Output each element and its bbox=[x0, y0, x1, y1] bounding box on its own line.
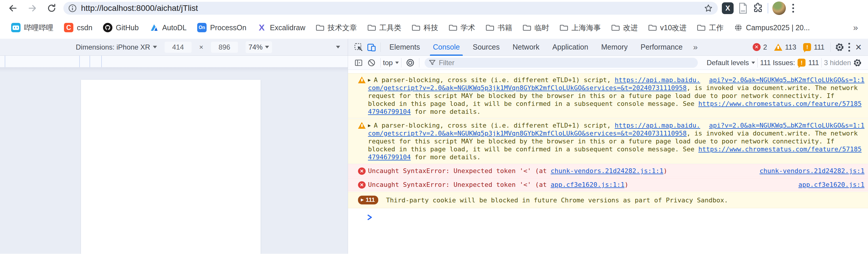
issues-count: 111 bbox=[808, 59, 819, 67]
bookmark-label: 上海海事 bbox=[571, 23, 601, 33]
message-source-link[interactable]: chunk-vendors.21d24282.js:1 bbox=[760, 167, 865, 175]
issues-label: 111 Issues: bbox=[760, 59, 795, 67]
bookmark-folder-books[interactable]: 书籍 bbox=[482, 21, 517, 35]
url-input[interactable] bbox=[81, 3, 700, 13]
log-levels-select[interactable]: Default levels bbox=[707, 59, 755, 67]
folder-icon bbox=[612, 24, 620, 31]
expand-arrow-icon[interactable]: ▶ bbox=[368, 123, 371, 128]
bookmark-folder-shanghai-maritime[interactable]: 上海海事 bbox=[556, 21, 605, 35]
bookmark-csdn[interactable]: C csdn bbox=[60, 21, 97, 35]
bookmark-folder-work[interactable]: 工作 bbox=[693, 21, 728, 35]
reload-button[interactable] bbox=[44, 1, 59, 16]
console-settings-button[interactable] bbox=[851, 56, 864, 69]
devtools-panel: top Default levels 111 bbox=[348, 56, 868, 254]
bookmark-label: 工具类 bbox=[379, 23, 401, 33]
hidden-messages-link[interactable]: 3 hidden bbox=[824, 59, 851, 67]
gear-icon bbox=[835, 42, 844, 52]
issues-icon: ! bbox=[803, 43, 811, 51]
toggle-device-toolbar-button[interactable] bbox=[365, 41, 378, 54]
bookmarks-overflow-chevron[interactable]: » bbox=[850, 23, 861, 33]
execution-context-select[interactable]: top bbox=[383, 59, 399, 67]
tab-console[interactable]: Console bbox=[426, 39, 466, 56]
browser-menu-button[interactable] bbox=[790, 4, 797, 12]
address-bar[interactable] bbox=[63, 2, 718, 15]
devtools-close-button[interactable]: × bbox=[852, 42, 865, 53]
toolbar-band: Dimensions: iPhone XR × 74% Elements Con… bbox=[0, 39, 868, 56]
console-messages: api?v=2.0&ak=NGUKWq5…bK2mfCloLUkGO&s=1:1… bbox=[348, 70, 868, 254]
dimensions-label: Dimensions: iPhone XR bbox=[76, 43, 150, 51]
console-sidebar-toggle[interactable] bbox=[352, 56, 365, 69]
device-toolbar-options-icon[interactable] bbox=[336, 46, 340, 49]
bookmark-bilibili[interactable]: 哔哩哔哩 bbox=[7, 21, 58, 35]
bookmark-folder-improve[interactable]: 改进 bbox=[608, 21, 642, 35]
forward-icon bbox=[28, 3, 37, 13]
device-width-input[interactable] bbox=[165, 42, 192, 53]
tab-network[interactable]: Network bbox=[506, 39, 546, 56]
extensions-puzzle-icon[interactable] bbox=[752, 3, 764, 14]
bookmark-folder-temp[interactable]: 临时 bbox=[519, 21, 553, 35]
console-prompt[interactable] bbox=[348, 209, 868, 222]
message-source-link[interactable]: api?v=2.0&ak=NGUKWq5…bK2mfCloLUkGO&s=1:1 bbox=[709, 121, 865, 129]
bookmark-folder-science[interactable]: 科技 bbox=[408, 21, 442, 35]
console-error-counter[interactable]: ✕ 2 bbox=[753, 43, 767, 51]
filter-input[interactable] bbox=[439, 59, 694, 67]
bookmark-campus2025[interactable]: Campus2025 | 20... bbox=[730, 21, 814, 34]
bookmark-folder-v10-improve[interactable]: v10改进 bbox=[644, 21, 691, 35]
message-source-link[interactable]: api?v=2.0&ak=NGUKWq5…bK2mfCloLUkGO&s=1:1 bbox=[709, 76, 865, 84]
funnel-icon bbox=[429, 59, 436, 66]
device-dimensions-select[interactable]: Dimensions: iPhone XR bbox=[76, 43, 157, 51]
console-filter[interactable] bbox=[425, 58, 698, 68]
dimensions-times-label: × bbox=[199, 43, 204, 51]
inspect-element-button[interactable] bbox=[352, 41, 365, 54]
bookmark-folder-tools[interactable]: 工具类 bbox=[364, 21, 406, 35]
emulated-page bbox=[81, 80, 260, 254]
tab-sources[interactable]: Sources bbox=[466, 39, 506, 56]
device-height-input[interactable] bbox=[211, 42, 238, 53]
profile-avatar[interactable] bbox=[772, 1, 786, 15]
warning-text: for more details. bbox=[411, 108, 480, 115]
bookmark-label: GitHub bbox=[116, 24, 139, 32]
chevron-down-icon bbox=[153, 46, 157, 49]
live-expression-button[interactable] bbox=[404, 56, 417, 69]
media-query-bar[interactable] bbox=[0, 56, 348, 67]
tab-memory[interactable]: Memory bbox=[595, 39, 634, 56]
error-file-link[interactable]: app.cf3e1620.js:1:1 bbox=[551, 181, 625, 188]
warning-text: A parser-blocking, cross site (i.e. diff… bbox=[374, 76, 615, 84]
back-button[interactable] bbox=[5, 1, 21, 16]
clear-console-button[interactable] bbox=[365, 56, 378, 69]
bookmark-excalidraw[interactable]: X Excalidraw bbox=[253, 21, 310, 35]
more-tabs-chevron[interactable]: » bbox=[689, 42, 702, 52]
devtools-menu-button[interactable] bbox=[846, 43, 852, 52]
browser-toolbar: X bbox=[0, 0, 868, 17]
bookmark-folder-academic[interactable]: 学术 bbox=[445, 21, 479, 35]
error-file-link[interactable]: chunk-vendors.21d24282.js:1:1 bbox=[551, 167, 663, 174]
bookmark-github[interactable]: GitHub bbox=[99, 21, 143, 35]
expand-arrow-icon: ▶ bbox=[361, 196, 364, 204]
issues-toolbar-counter[interactable]: 111 Issues: ! 111 bbox=[760, 59, 819, 67]
device-zoom-select[interactable]: 74% bbox=[246, 41, 272, 53]
console-warning-counter[interactable]: 113 bbox=[774, 43, 796, 51]
bookmark-folder-tech-articles[interactable]: 技术文章 bbox=[312, 21, 361, 35]
devtools-settings-button[interactable] bbox=[833, 41, 846, 54]
site-info-icon[interactable] bbox=[68, 4, 77, 12]
bookmark-label: csdn bbox=[77, 24, 92, 32]
repeat-count-badge[interactable]: ▶111 bbox=[358, 196, 378, 204]
forward-button[interactable] bbox=[25, 1, 40, 16]
tab-performance[interactable]: Performance bbox=[634, 39, 689, 56]
tab-elements[interactable]: Elements bbox=[383, 39, 426, 56]
bookmark-label: AutoDL bbox=[162, 24, 187, 32]
toolbar-divider bbox=[380, 42, 381, 52]
bookmark-star-icon[interactable] bbox=[704, 3, 713, 13]
error-count: 2 bbox=[763, 43, 767, 51]
autodl-icon bbox=[149, 23, 159, 32]
bookmark-autodl[interactable]: AutoDL bbox=[145, 21, 191, 35]
bookmark-processon[interactable]: On ProcessOn bbox=[193, 21, 251, 35]
issues-counter[interactable]: ! 111 bbox=[803, 43, 824, 51]
error-icon: ✕ bbox=[358, 167, 366, 175]
document-extension-icon[interactable] bbox=[738, 2, 748, 14]
x-extension-icon[interactable]: X bbox=[722, 2, 734, 14]
folder-icon bbox=[649, 24, 657, 31]
message-source-link[interactable]: app.cf3e1620.js:1 bbox=[799, 181, 865, 189]
tab-application[interactable]: Application bbox=[546, 39, 594, 56]
expand-arrow-icon[interactable]: ▶ bbox=[368, 77, 371, 83]
